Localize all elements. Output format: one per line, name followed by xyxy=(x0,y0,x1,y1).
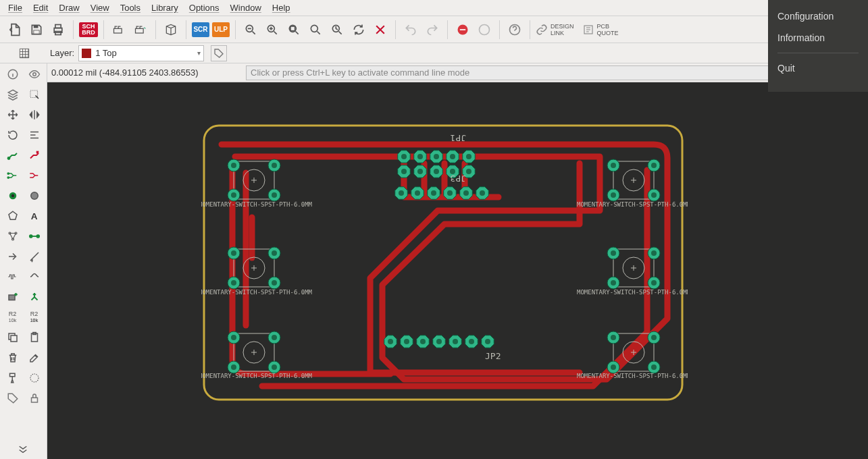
zoom-select-button[interactable] xyxy=(306,20,325,39)
library-button[interactable] xyxy=(161,20,180,39)
wire-tool[interactable] xyxy=(26,228,43,244)
drc-tool[interactable] xyxy=(26,370,43,386)
menu-quit[interactable]: Quit xyxy=(768,57,868,79)
refresh-button[interactable] xyxy=(349,20,368,39)
stop-button[interactable] xyxy=(453,20,472,39)
menu-tools[interactable]: Tools xyxy=(115,1,146,14)
ripup-tool[interactable] xyxy=(26,147,43,163)
redo-button[interactable] xyxy=(423,20,442,39)
menubar: File Edit Draw View Tools Library Option… xyxy=(0,0,868,16)
replace-tool[interactable] xyxy=(4,248,22,265)
layer-tool[interactable] xyxy=(4,86,22,103)
svg-rect-37 xyxy=(9,373,15,377)
scr-button[interactable]: SCR xyxy=(192,22,209,37)
copy-tool[interactable] xyxy=(4,329,22,346)
add-part-tool[interactable] xyxy=(4,289,22,305)
manufacturing-button[interactable] xyxy=(131,20,150,39)
ripup-multi-tool[interactable] xyxy=(26,167,43,184)
svg-point-64 xyxy=(231,335,236,340)
ulp-button[interactable]: ULP xyxy=(212,22,230,37)
grid-button[interactable] xyxy=(15,45,34,61)
layer-current: 1 Top xyxy=(95,48,117,58)
sch-brd-switch-button[interactable]: SCHBRD xyxy=(79,22,98,37)
svg-point-116 xyxy=(434,169,439,174)
move-tool[interactable] xyxy=(4,107,22,123)
zoom-in-button[interactable] xyxy=(263,20,282,39)
svg-point-134 xyxy=(388,339,393,344)
menu-help[interactable]: Help xyxy=(267,1,296,14)
save-button[interactable] xyxy=(27,20,46,39)
svg-text:A: A xyxy=(30,211,37,221)
delete-tool[interactable] xyxy=(4,350,22,366)
mirror-tool[interactable] xyxy=(26,107,43,123)
svg-point-142 xyxy=(453,339,458,344)
text-tool[interactable]: A xyxy=(26,208,43,224)
pcb-canvas[interactable]: MOMENTARY-SWITCH-SPST-PTH-6.0MM MOMENTAR… xyxy=(47,82,868,459)
svg-point-130 xyxy=(463,190,469,196)
route-tool[interactable] xyxy=(4,147,22,163)
help-button[interactable] xyxy=(505,20,524,39)
svg-text:MOMENTARY-SWITCH-SPST-PTH-6.0M: MOMENTARY-SWITCH-SPST-PTH-6.0MM xyxy=(577,201,688,208)
split-tool[interactable] xyxy=(26,248,43,265)
dropdown-caret-icon: ▾ xyxy=(197,49,201,57)
meander-tool[interactable] xyxy=(4,269,22,285)
name-tool[interactable]: R210k xyxy=(4,309,22,325)
menu-information[interactable]: Information xyxy=(768,27,868,49)
zoom-fit-button[interactable] xyxy=(284,20,303,39)
polygon-tool[interactable] xyxy=(4,208,22,224)
pcb-quote-button[interactable]: PCBQUOTE xyxy=(582,23,619,36)
open-button[interactable] xyxy=(5,20,24,39)
tag-button[interactable] xyxy=(211,45,227,61)
design-link-button[interactable]: DESIGNLINK xyxy=(536,23,574,36)
svg-point-90 xyxy=(651,280,657,286)
menu-library[interactable]: Library xyxy=(146,1,184,14)
svg-point-132 xyxy=(480,190,485,196)
rotate-tool[interactable] xyxy=(4,127,22,143)
paste-tool[interactable] xyxy=(26,329,43,346)
marquee-tool[interactable] xyxy=(26,86,43,103)
lock-tool[interactable] xyxy=(26,390,43,406)
svg-point-112 xyxy=(401,169,407,174)
add-device-tool[interactable] xyxy=(26,289,43,305)
svg-text:MOMENTARY-SWITCH-SPST-PTH-6.0M: MOMENTARY-SWITCH-SPST-PTH-6.0MM xyxy=(201,373,313,379)
show-tool[interactable] xyxy=(26,66,43,82)
svg-point-104 xyxy=(417,154,423,159)
menu-configuration[interactable]: Configuration xyxy=(768,5,868,27)
cancel-button[interactable] xyxy=(371,20,390,39)
svg-point-146 xyxy=(485,339,490,344)
svg-point-84 xyxy=(611,250,616,256)
menu-options[interactable]: Options xyxy=(184,1,225,14)
change-tool[interactable] xyxy=(26,350,43,366)
svg-point-70 xyxy=(272,364,277,370)
menu-edit[interactable]: Edit xyxy=(28,1,53,14)
menu-view[interactable]: View xyxy=(85,1,115,14)
svg-point-26 xyxy=(30,192,38,200)
menu-file[interactable]: File xyxy=(3,1,28,14)
miter-tool[interactable] xyxy=(26,269,43,285)
menu-draw[interactable]: Draw xyxy=(53,1,84,14)
layer-select[interactable]: 1 Top ▾ xyxy=(78,45,204,61)
route-multi-tool[interactable] xyxy=(4,167,22,184)
via-tool[interactable] xyxy=(4,188,22,204)
paint-tool[interactable] xyxy=(4,370,22,386)
expand-tools-icon[interactable] xyxy=(17,445,29,455)
svg-point-60 xyxy=(272,280,277,286)
zoom-redraw-button[interactable] xyxy=(328,20,347,39)
attribute-tool[interactable] xyxy=(4,390,22,406)
svg-rect-33 xyxy=(9,295,15,300)
hole-tool[interactable] xyxy=(26,188,43,204)
net-tool[interactable] xyxy=(4,228,22,244)
svg-point-96 xyxy=(651,335,657,340)
zoom-out-button[interactable] xyxy=(241,20,260,39)
svg-point-44 xyxy=(231,163,236,168)
svg-point-122 xyxy=(399,190,404,196)
value-tool[interactable]: R210k xyxy=(26,309,43,325)
undo-button[interactable] xyxy=(401,20,420,39)
print-button[interactable] xyxy=(49,20,68,39)
svg-point-98 xyxy=(611,364,616,370)
align-tool[interactable] xyxy=(26,127,43,143)
menu-window[interactable]: Window xyxy=(225,1,267,14)
info-tool[interactable] xyxy=(4,66,22,82)
cam-button[interactable] xyxy=(109,20,128,39)
go-button[interactable] xyxy=(475,20,494,39)
